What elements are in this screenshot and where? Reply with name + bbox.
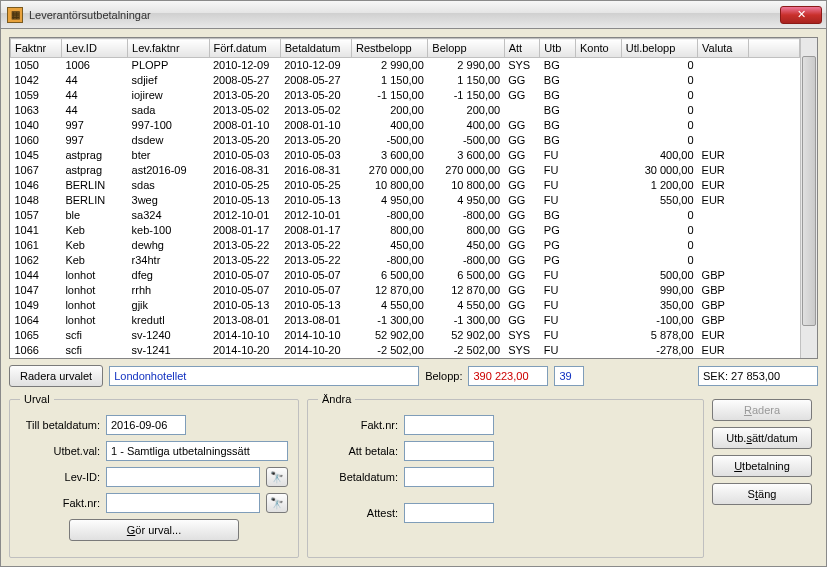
table-cell: 44 (61, 73, 127, 88)
table-cell (698, 58, 749, 73)
table-cell: 0 (621, 118, 697, 133)
table-cell (698, 223, 749, 238)
delete-selection-button[interactable]: Radera urvalet (9, 365, 103, 387)
table-cell: 2013-05-20 (209, 88, 280, 103)
column-header[interactable]: Förf.datum (209, 39, 280, 58)
column-header[interactable]: Att (504, 39, 540, 58)
selection-name-field[interactable] (109, 366, 419, 386)
table-cell: 1061 (11, 238, 62, 253)
table-cell: 2013-05-20 (280, 88, 351, 103)
table-cell: 200,00 (352, 103, 428, 118)
radera-button[interactable]: Radera (712, 399, 812, 421)
table-cell: FU (540, 313, 576, 328)
table-cell: EUR (698, 163, 749, 178)
table-cell: GBP (698, 283, 749, 298)
utbet-val-field[interactable] (106, 441, 288, 461)
till-betaldatum-field[interactable] (106, 415, 186, 435)
table-cell: GG (504, 88, 540, 103)
table-row[interactable]: 1047lonhotrrhh2010-05-072010-05-0712 870… (11, 283, 800, 298)
column-header[interactable]: Valuta (698, 39, 749, 58)
att-betala-field[interactable] (404, 441, 494, 461)
table-row[interactable]: 1064lonhotkredutl2013-08-012013-08-01-1 … (11, 313, 800, 328)
table-row[interactable]: 105944iojirew2013-05-202013-05-20-1 150,… (11, 88, 800, 103)
column-header[interactable]: Lev.faktnr (128, 39, 209, 58)
table-cell: Keb (61, 253, 127, 268)
andra-faktnr-field[interactable] (404, 415, 494, 435)
utbetalning-button[interactable]: Utbetalning (712, 455, 812, 477)
column-header[interactable]: Utb (540, 39, 576, 58)
table-cell: 2010-05-25 (280, 178, 351, 193)
table-cell: 2 000,00 (428, 358, 504, 359)
table-cell: 270 000,00 (428, 163, 504, 178)
fakt-nr-lookup-button[interactable]: 🔭 (266, 493, 288, 513)
column-header[interactable]: Lev.ID (61, 39, 127, 58)
close-button[interactable]: ✕ (780, 6, 822, 24)
table-cell: 500,00 (621, 268, 697, 283)
lev-id-lookup-button[interactable]: 🔭 (266, 467, 288, 487)
table-row[interactable]: 1049lonhotgjik2010-05-132010-05-134 550,… (11, 298, 800, 313)
stang-button[interactable]: Stäng (712, 483, 812, 505)
table-cell: 1044 (11, 268, 62, 283)
table-cell: scfi (61, 328, 127, 343)
gor-urval-button[interactable]: Gör urval... (69, 519, 239, 541)
table-cell: 1065 (11, 328, 62, 343)
table-row[interactable]: 1048BERLIN3weg2010-05-132010-05-134 950,… (11, 193, 800, 208)
table-cell (698, 88, 749, 103)
table-cell: sdas (128, 178, 209, 193)
scrollbar-thumb[interactable] (802, 56, 816, 326)
table-row[interactable]: 1067astpragast2016-092016-08-312016-08-3… (11, 163, 800, 178)
betaldatum-field[interactable] (404, 467, 494, 487)
table-row[interactable]: 1046BERLINsdas2010-05-252010-05-2510 800… (11, 178, 800, 193)
column-header[interactable]: Konto (575, 39, 621, 58)
table-cell: BG (540, 208, 576, 223)
table-row[interactable]: 106344sada2013-05-022013-05-02200,00200,… (11, 103, 800, 118)
table-row[interactable]: 1040997997-1002008-01-102008-01-10400,00… (11, 118, 800, 133)
fakt-nr-field[interactable] (106, 493, 260, 513)
table-cell: 800,00 (428, 223, 504, 238)
andra-panel: Ändra Fakt.nr: Att betala: Betaldatum: A… (307, 393, 704, 558)
table-row[interactable]: 1057blesa3242012-10-012012-10-01-800,00-… (11, 208, 800, 223)
table-cell: bter (128, 148, 209, 163)
table-cell: 10 800,00 (352, 178, 428, 193)
table-cell: 1060 (11, 133, 62, 148)
table-row[interactable]: 1061Kebdewhg2013-05-222013-05-22450,0045… (11, 238, 800, 253)
table-row[interactable]: 1044lonhotdfeg2010-05-072010-05-076 500,… (11, 268, 800, 283)
column-header[interactable]: Utl.belopp (621, 39, 697, 58)
table-row[interactable]: 1060997dsdew2013-05-202013-05-20-500,00-… (11, 133, 800, 148)
column-header[interactable]: Belopp (428, 39, 504, 58)
table-cell: -1 300,00 (428, 313, 504, 328)
table-row[interactable]: 10501006PLOPP2010-12-092010-12-092 990,0… (11, 58, 800, 73)
table-cell: dewhg (128, 238, 209, 253)
table-row[interactable]: 1041Kebkeb-1002008-01-172008-01-17800,00… (11, 223, 800, 238)
table-cell: GG (504, 358, 540, 359)
table-cell: 2 990,00 (428, 58, 504, 73)
table-cell: BERLIN (61, 178, 127, 193)
table-cell: GG (504, 118, 540, 133)
table-row[interactable]: 1066scfisv-12412014-10-202014-10-20-2 50… (11, 343, 800, 358)
table-cell: BG (540, 133, 576, 148)
vertical-scrollbar[interactable] (800, 38, 817, 358)
table-row[interactable]: 1017sksk-2141998-08-031998-08-032 000,00… (11, 358, 800, 359)
table-cell (575, 103, 621, 118)
titlebar: ▦ Leverantörsutbetalningar ✕ (1, 1, 826, 29)
table-row[interactable]: 1065scfisv-12402014-10-102014-10-1052 90… (11, 328, 800, 343)
table-cell: sv-1240 (128, 328, 209, 343)
attest-field[interactable] (404, 503, 494, 523)
table-row[interactable]: 104244sdjief2008-05-272008-05-271 150,00… (11, 73, 800, 88)
table-cell: FU (540, 268, 576, 283)
utb-satt-datum-button[interactable]: Utb.sätt/datum (712, 427, 812, 449)
table-cell (698, 358, 749, 359)
table-cell: 1064 (11, 313, 62, 328)
lev-id-field[interactable] (106, 467, 260, 487)
table-cell: 3 600,00 (352, 148, 428, 163)
column-header[interactable]: Restbelopp (352, 39, 428, 58)
table-cell: BG (540, 88, 576, 103)
table-row[interactable]: 1045astpragbter2010-05-032010-05-033 600… (11, 148, 800, 163)
data-grid[interactable]: FaktnrLev.IDLev.faktnrFörf.datumBetaldat… (9, 37, 818, 359)
column-header[interactable]: Betaldatum (280, 39, 351, 58)
column-header[interactable]: Faktnr (11, 39, 62, 58)
table-row[interactable]: 1062Kebr34htr2013-05-222013-05-22-800,00… (11, 253, 800, 268)
table-cell (575, 328, 621, 343)
table-cell: 0 (621, 73, 697, 88)
table-cell: dfeg (128, 268, 209, 283)
